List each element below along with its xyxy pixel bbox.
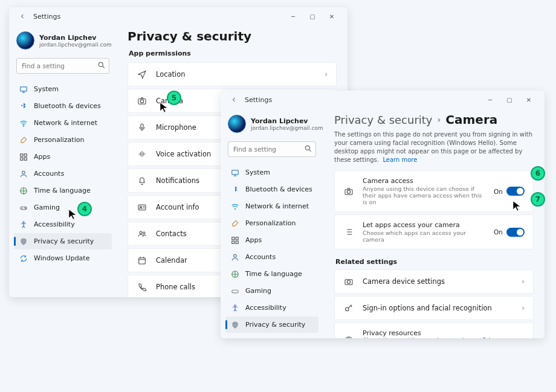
- svg-point-7: [22, 171, 25, 174]
- minimize-button[interactable]: ─: [483, 95, 497, 104]
- svg-point-0: [99, 62, 103, 66]
- sidebar-item-time-language[interactable]: Time & language: [225, 266, 318, 282]
- sidebar-item-apps[interactable]: Apps: [14, 149, 112, 165]
- row-label: Camera device settings: [363, 277, 513, 286]
- close-button[interactable]: ✕: [522, 95, 536, 104]
- sidebar-item-windows-update[interactable]: Windows Update: [14, 250, 112, 266]
- search-input[interactable]: [228, 141, 316, 157]
- sidebar-item-bluetooth[interactable]: Bluetooth & devices: [225, 181, 318, 198]
- annotation-badge-6: 6: [531, 166, 545, 181]
- annotation-badge-5: 5: [167, 91, 181, 105]
- row-label: Sign-in options and facial recognition: [363, 304, 513, 312]
- update-icon: [19, 254, 28, 263]
- svg-point-19: [143, 232, 145, 234]
- resources-links: About these settings and your privacy|Pr…: [363, 337, 525, 338]
- gamepad-icon: [230, 286, 239, 295]
- user-email: jordan.lipchev@gmail.com: [251, 125, 323, 131]
- sidebar-item-label: Time & language: [245, 270, 302, 278]
- clock-globe-icon: [230, 269, 239, 278]
- sidebar-item-accessibility[interactable]: Accessibility: [14, 216, 112, 233]
- svg-rect-22: [231, 170, 238, 174]
- sidebar-item-gaming[interactable]: Gaming: [225, 283, 318, 299]
- sidebar-item-label: Apps: [245, 236, 262, 244]
- page-description: The settings on this page do not prevent…: [334, 130, 534, 164]
- setting-row-camera-access[interactable]: Camera access Anyone using this device c…: [334, 170, 534, 212]
- maximize-button[interactable]: ▢: [502, 95, 517, 104]
- learn-more-link[interactable]: Learn more: [383, 156, 417, 163]
- svg-rect-20: [139, 258, 146, 264]
- sidebar-item-accounts[interactable]: Accounts: [14, 165, 112, 182]
- svg-rect-27: [236, 241, 238, 243]
- sidebar-item-label: Network & internet: [245, 202, 309, 210]
- setting-row-apps-camera[interactable]: Let apps access your camera Choose which…: [334, 214, 534, 249]
- svg-rect-26: [231, 241, 234, 243]
- user-block[interactable]: Yordan Lipchev jordan.lipchev@gmail.com: [16, 31, 109, 50]
- back-button[interactable]: [18, 11, 27, 21]
- user-name: Yordan Lipchev: [39, 34, 112, 42]
- svg-point-28: [233, 254, 236, 257]
- sidebar-item-personalization[interactable]: Personalization: [225, 215, 318, 231]
- sidebar-item-apps[interactable]: Apps: [225, 232, 318, 248]
- gamepad-icon: [19, 203, 28, 212]
- sidebar-item-accounts[interactable]: Accounts: [225, 249, 318, 265]
- sidebar-item-privacy-security[interactable]: Privacy & security: [14, 233, 112, 249]
- accessibility-icon: [230, 303, 239, 312]
- camera-icon: [343, 276, 354, 287]
- search-input[interactable]: [16, 58, 109, 74]
- link-about-privacy[interactable]: About these settings and your privacy: [363, 337, 478, 338]
- sidebar-item-windows-update[interactable]: Windows Update: [225, 333, 318, 338]
- sidebar-item-system[interactable]: System: [14, 81, 112, 97]
- nav-list: System Bluetooth & devices Network & int…: [225, 164, 318, 338]
- clock-globe-icon: [19, 186, 28, 195]
- sidebar: Yordan Lipchev jordan.lipchev@gmail.com …: [9, 25, 117, 297]
- minimize-button[interactable]: ─: [286, 11, 300, 21]
- sidebar-item-network[interactable]: Network & internet: [225, 198, 318, 214]
- row-desc: Anyone using this device can choose if t…: [363, 185, 485, 205]
- sidebar-item-label: Accounts: [34, 170, 64, 178]
- annotation-badge-7: 7: [531, 192, 545, 207]
- related-row-signin-face[interactable]: Sign-in options and facial recognition ›: [334, 296, 534, 320]
- sidebar-item-label: Privacy & security: [34, 237, 94, 245]
- permission-row-location[interactable]: Location›: [128, 62, 337, 86]
- sidebar-item-personalization[interactable]: Personalization: [14, 132, 112, 148]
- svg-point-17: [140, 206, 142, 208]
- apps-camera-toggle[interactable]: [506, 228, 525, 237]
- sidebar-item-label: Gaming: [245, 287, 271, 295]
- sidebar-item-label: Network & internet: [34, 119, 97, 127]
- sidebar-item-network[interactable]: Network & internet: [14, 115, 112, 131]
- svg-rect-24: [231, 237, 234, 239]
- sidebar-item-label: Personalization: [34, 136, 84, 144]
- settings-window-camera: Settings ─ ▢ ✕ Yordan Lipchev jordan.lip…: [221, 91, 545, 338]
- svg-point-21: [305, 146, 309, 150]
- sidebar-item-time-language[interactable]: Time & language: [14, 182, 112, 199]
- maximize-button[interactable]: ▢: [305, 11, 320, 21]
- sidebar-item-accessibility[interactable]: Accessibility: [225, 300, 318, 316]
- sidebar-item-label: Accessibility: [245, 304, 286, 312]
- list-icon: [343, 227, 354, 237]
- chevron-right-icon: ›: [325, 70, 328, 79]
- window-controls: ─ ▢ ✕: [286, 11, 343, 21]
- camera-icon: [137, 95, 147, 106]
- user-block[interactable]: Yordan Lipchev jordan.lipchev@gmail.com: [228, 115, 316, 133]
- section-heading: App permissions: [129, 50, 335, 57]
- sidebar-item-system[interactable]: System: [225, 164, 318, 181]
- close-button[interactable]: ✕: [325, 11, 339, 21]
- breadcrumb-leaf: Camera: [445, 112, 497, 127]
- window-title: Settings: [245, 96, 483, 104]
- brush-icon: [230, 219, 239, 228]
- svg-rect-4: [24, 153, 27, 156]
- sidebar-item-bluetooth[interactable]: Bluetooth & devices: [14, 98, 112, 114]
- svg-rect-16: [138, 205, 146, 210]
- sidebar-item-gaming[interactable]: Gaming: [14, 199, 112, 216]
- related-row-camera-device[interactable]: Camera device settings ›: [334, 269, 534, 294]
- update-icon: [230, 337, 239, 338]
- system-icon: [19, 85, 28, 94]
- sidebar-item-privacy-security[interactable]: Privacy & security: [225, 316, 318, 333]
- sidebar-item-label: Bluetooth & devices: [34, 102, 101, 110]
- cursor-icon: [68, 209, 77, 220]
- breadcrumb-root[interactable]: Privacy & security: [334, 114, 433, 126]
- camera-access-toggle[interactable]: [506, 187, 525, 196]
- back-button[interactable]: [229, 95, 239, 104]
- sidebar-item-label: Time & language: [34, 187, 91, 194]
- privacy-resources-row: Privacy resources About these settings a…: [334, 323, 534, 338]
